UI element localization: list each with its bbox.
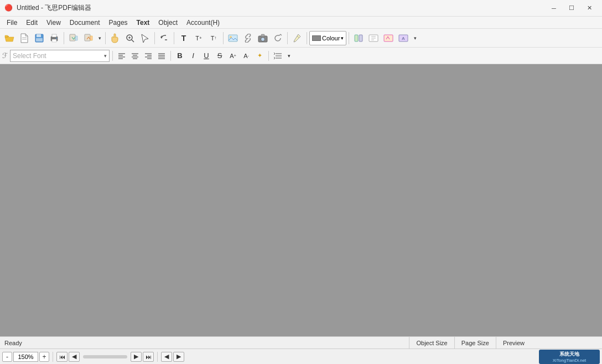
align-right-button[interactable] (142, 50, 154, 62)
superscript-button[interactable]: A+ (227, 50, 239, 62)
text-edit-button[interactable]: T↑ (206, 31, 221, 45)
action-btn-2[interactable] (366, 31, 381, 45)
action-btn-3[interactable] (381, 31, 396, 45)
italic-button[interactable]: I (187, 50, 199, 62)
svg-rect-6 (36, 38, 43, 41)
text-tool-button[interactable]: T (177, 31, 191, 45)
open-button[interactable] (2, 31, 17, 45)
export-button[interactable] (81, 31, 96, 45)
import-button[interactable] (66, 31, 81, 45)
colour-label: Colour (322, 35, 340, 41)
watermark: 系统天地 XiTongTianDi.net (539, 350, 600, 364)
nav-next-alt-button[interactable]: ▶ (173, 352, 184, 362)
action-btn-4[interactable]: A (396, 31, 411, 45)
link-button[interactable] (241, 31, 255, 45)
menu-document[interactable]: Document (65, 17, 105, 28)
main-toolbar: ▾ T T+ T↑ (0, 29, 602, 48)
title-bar-left: 🔴 Untitled - 飞思PDF编辑器 (4, 3, 91, 13)
menu-account[interactable]: Account(H) (182, 17, 224, 28)
colour-button[interactable]: Colour ▾ (309, 31, 346, 45)
colour-swatch (312, 35, 321, 41)
menu-view[interactable]: View (42, 17, 65, 28)
svg-rect-27 (359, 35, 362, 41)
font-selector-arrow-icon: ▾ (104, 53, 107, 59)
strikethrough-button[interactable]: S (214, 50, 226, 62)
separator-8 (349, 32, 349, 44)
print-button[interactable] (47, 31, 61, 45)
status-object-size: Object Size (409, 337, 454, 349)
watermark-spacer (531, 337, 598, 349)
align-justify-button[interactable] (155, 50, 168, 62)
menu-edit[interactable]: Edit (22, 17, 42, 28)
svg-point-10 (56, 38, 57, 39)
hand-tool-button[interactable] (108, 31, 122, 45)
svg-rect-12 (75, 36, 77, 40)
canvas-area (0, 64, 602, 336)
separator-2 (105, 32, 106, 44)
maximize-button[interactable]: ☐ (563, 3, 580, 14)
svg-rect-1 (5, 35, 8, 37)
font-selector[interactable]: Select Font ▾ (10, 50, 110, 62)
status-ready: Ready (4, 340, 409, 346)
action-btn-5[interactable]: ▾ (411, 31, 419, 45)
window-controls: ─ ☐ ✕ (546, 3, 598, 14)
text-add-button[interactable]: T+ (191, 31, 206, 45)
zoom-in-button[interactable]: + (39, 352, 49, 362)
text-separator-2 (170, 51, 171, 61)
text-separator-3 (268, 51, 269, 61)
underline-button[interactable]: U (200, 50, 212, 62)
svg-rect-14 (90, 36, 92, 40)
font-icon: ℱ (2, 51, 8, 60)
bold-button[interactable]: B (174, 50, 186, 62)
svg-rect-20 (229, 35, 237, 41)
svg-rect-26 (355, 35, 358, 41)
zoom-out-button[interactable]: - (2, 352, 12, 362)
camera-button[interactable] (256, 31, 270, 45)
menu-file[interactable]: File (2, 17, 22, 28)
svg-rect-24 (261, 34, 264, 37)
menu-text[interactable]: Text (132, 17, 154, 28)
minimize-button[interactable]: ─ (546, 3, 562, 14)
align-left-button[interactable] (116, 50, 128, 62)
watermark-line2: XiTongTianDi.net (553, 358, 587, 363)
status-page-size: Page Size (454, 337, 496, 349)
nav-first-button[interactable]: ⏮ (56, 352, 68, 362)
save-button[interactable] (32, 31, 46, 45)
line-spacing-button[interactable] (272, 50, 284, 62)
line-spacing-dropdown-button[interactable]: ▾ (285, 50, 293, 62)
highlight-button[interactable]: ✦ (253, 50, 266, 62)
new-button[interactable] (17, 31, 32, 45)
svg-rect-9 (52, 39, 56, 42)
align-center-button[interactable] (129, 50, 141, 62)
bottom-sep-1 (53, 352, 53, 362)
nav-next-button[interactable]: ▶ (131, 352, 142, 362)
font-selector-placeholder: Select Font (13, 52, 46, 60)
zoom-display: 150% (13, 352, 38, 362)
svg-rect-32 (384, 35, 393, 41)
rotate-button[interactable] (271, 31, 285, 45)
text-toolbar: ℱ Select Font ▾ (0, 48, 602, 64)
page-slider[interactable] (83, 355, 127, 358)
nav-last-button[interactable]: ⏭ (143, 352, 154, 362)
svg-text:A: A (402, 36, 406, 41)
nav-prev-button[interactable]: ◀ (69, 352, 80, 362)
separator-1 (64, 32, 64, 44)
menu-pages[interactable]: Pages (105, 17, 132, 28)
pen-button[interactable] (290, 31, 304, 45)
undo-button[interactable] (157, 31, 172, 45)
close-button[interactable]: ✕ (581, 3, 598, 14)
nav-prev-alt-button[interactable]: ◀ (161, 352, 172, 362)
separator-4 (174, 32, 174, 44)
dropdown-arrow-button[interactable]: ▾ (96, 31, 103, 45)
text-separator-1 (112, 51, 113, 61)
menu-object[interactable]: Object (154, 17, 182, 28)
title-bar: 🔴 Untitled - 飞思PDF编辑器 ─ ☐ ✕ (0, 0, 602, 17)
separator-3 (154, 32, 155, 44)
zoom-tool-button[interactable] (123, 31, 137, 45)
action-btn-1[interactable] (351, 31, 366, 45)
subscript-button[interactable]: A- (240, 50, 252, 62)
watermark-content: 系统天地 XiTongTianDi.net (553, 351, 587, 363)
insert-image-button[interactable] (226, 31, 240, 45)
select-tool-button[interactable] (138, 31, 152, 45)
window-title: Untitled - 飞思PDF编辑器 (17, 3, 91, 13)
